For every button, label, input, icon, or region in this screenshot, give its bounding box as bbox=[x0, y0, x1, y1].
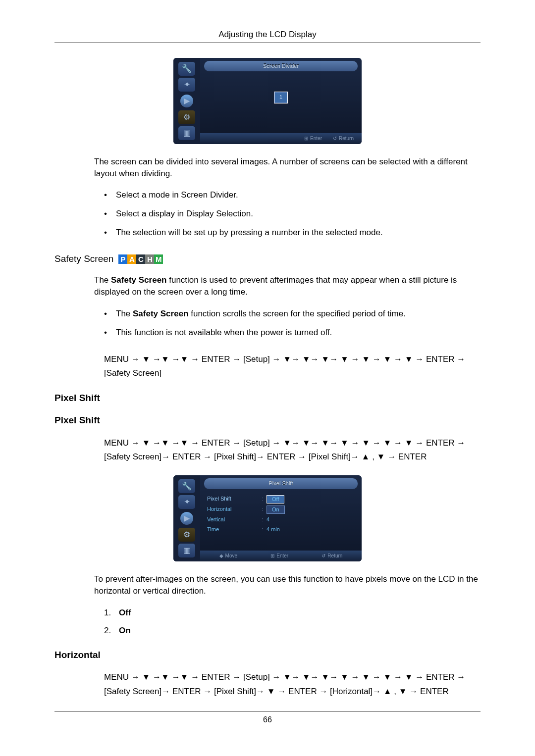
page-number: 66 bbox=[54, 711, 481, 725]
enter-icon: ⊞ bbox=[304, 135, 308, 142]
footer-return: Return bbox=[339, 135, 354, 142]
pixel-shift-intro: To prevent after-images on the screen, y… bbox=[94, 573, 481, 597]
badge-a: A bbox=[127, 254, 136, 264]
list-item: 1.Off bbox=[104, 607, 481, 619]
footer-move: Move bbox=[225, 553, 237, 559]
tools-icon: 🔧 bbox=[178, 62, 195, 76]
item-label: On bbox=[119, 626, 131, 635]
osd-footer: ⊞Enter ↺Return bbox=[200, 133, 362, 144]
text: function scrolls the screen for the spec… bbox=[188, 309, 405, 318]
osd-sidebar: 🔧 ✦ ▶ ⚙ ▥ bbox=[173, 58, 200, 144]
osd-row: Time : 4 min bbox=[207, 525, 355, 534]
list-item: Select a mode in Screen Divider. bbox=[104, 189, 481, 201]
item-number: 1. bbox=[104, 607, 111, 619]
return-icon: ↺ bbox=[321, 553, 325, 559]
list-item: The selection will be set up by pressing… bbox=[104, 227, 481, 239]
pixel-shift-heading-2: Pixel Shift bbox=[54, 414, 481, 427]
text: This function is not available when the … bbox=[116, 328, 332, 337]
pixel-shift-heading-1: Pixel Shift bbox=[54, 392, 481, 405]
osd-sidebar: 🔧 ✦ ▶ ⚙ ▥ bbox=[173, 475, 200, 561]
multi-icon: ▥ bbox=[178, 544, 195, 557]
osd-screen-divider: 🔧 ✦ ▶ ⚙ ▥ Screen Divider 1 ⊞Enter ↺Retur… bbox=[173, 58, 362, 144]
text: The bbox=[94, 275, 111, 285]
safety-screen-heading: Safety Screen P A C H M bbox=[54, 252, 481, 266]
badge-h: H bbox=[145, 254, 154, 264]
item-number: 2. bbox=[104, 625, 111, 637]
footer-enter: Enter bbox=[276, 553, 288, 559]
footer-enter: Enter bbox=[310, 135, 322, 142]
text-bold: Safety Screen bbox=[111, 275, 166, 285]
mode-badges: P A C H M bbox=[118, 254, 163, 264]
osd-row: Vertical : 4 bbox=[207, 515, 355, 524]
footer-return: Return bbox=[327, 553, 342, 559]
safety-screen-path: MENU → ▼ →▼ →▼ → ENTER → [Setup] → ▼→ ▼→… bbox=[104, 353, 481, 381]
play-icon: ▶ bbox=[180, 95, 193, 107]
return-icon: ↺ bbox=[333, 135, 337, 142]
osd-row-label: Time bbox=[207, 526, 262, 533]
play-icon: ▶ bbox=[180, 512, 193, 525]
osd-row-value: Off bbox=[267, 495, 284, 504]
osd-title: Screen Divider bbox=[204, 61, 358, 71]
gear-icon: ⚙ bbox=[178, 528, 195, 542]
item-label: Off bbox=[119, 608, 131, 617]
pixel-shift-options: 1.Off 2.On bbox=[104, 607, 481, 637]
osd-row-label: Horizontal bbox=[207, 505, 262, 514]
osd-row-label: Pixel Shift bbox=[207, 495, 262, 504]
osd-row-value: 4 min bbox=[267, 526, 280, 533]
osd-row: Horizontal : On bbox=[207, 504, 355, 515]
input-icon: ✦ bbox=[178, 495, 195, 509]
list-item: 2.On bbox=[104, 625, 481, 637]
screen-divider-intro: The screen can be divided into several i… bbox=[94, 156, 481, 180]
tools-icon: 🔧 bbox=[178, 479, 195, 493]
list-item: Select a display in Display Selection. bbox=[104, 208, 481, 220]
osd-row: Pixel Shift : Off bbox=[207, 494, 355, 504]
colon: : bbox=[262, 505, 267, 514]
osd-row-label: Vertical bbox=[207, 516, 262, 523]
list-item: The Safety Screen function scrolls the s… bbox=[104, 308, 481, 320]
safety-screen-bullets: The Safety Screen function scrolls the s… bbox=[104, 308, 481, 339]
multi-icon: ▥ bbox=[178, 126, 195, 140]
osd-title: Pixel Shift bbox=[204, 478, 358, 489]
osd-cell-1: 1 bbox=[274, 92, 287, 103]
gear-icon: ⚙ bbox=[178, 110, 195, 124]
osd-pixel-shift: 🔧 ✦ ▶ ⚙ ▥ Pixel Shift Pixel Shift : Off … bbox=[173, 475, 362, 561]
colon: : bbox=[262, 526, 267, 533]
text-bold: Safety Screen bbox=[133, 309, 188, 318]
enter-icon: ⊞ bbox=[270, 553, 274, 559]
pixel-shift-path: MENU → ▼ →▼ →▼ → ENTER → [Setup] → ▼→ ▼→… bbox=[104, 436, 481, 465]
page-header: Adjusting the LCD Display bbox=[54, 29, 481, 43]
osd-footer: ◆Move ⊞Enter ↺Return bbox=[200, 551, 362, 561]
move-icon: ◆ bbox=[219, 553, 223, 559]
list-item: This function is not available when the … bbox=[104, 327, 481, 339]
text: The bbox=[116, 309, 133, 318]
badge-c: C bbox=[136, 254, 145, 264]
badge-m: M bbox=[154, 254, 163, 264]
input-icon: ✦ bbox=[178, 78, 195, 92]
badge-p: P bbox=[118, 254, 127, 264]
osd-row-value: 4 bbox=[267, 516, 269, 523]
horizontal-heading: Horizontal bbox=[54, 649, 481, 662]
colon: : bbox=[262, 516, 267, 523]
safety-screen-intro: The Safety Screen function is used to pr… bbox=[94, 274, 481, 298]
screen-divider-bullets: Select a mode in Screen Divider. Select … bbox=[104, 189, 481, 238]
heading-text: Safety Screen bbox=[54, 252, 113, 266]
horizontal-path: MENU → ▼ →▼ →▼ → ENTER → [Setup] → ▼→ ▼→… bbox=[104, 670, 481, 699]
osd-row-value: On bbox=[267, 505, 285, 514]
colon: : bbox=[262, 495, 267, 504]
